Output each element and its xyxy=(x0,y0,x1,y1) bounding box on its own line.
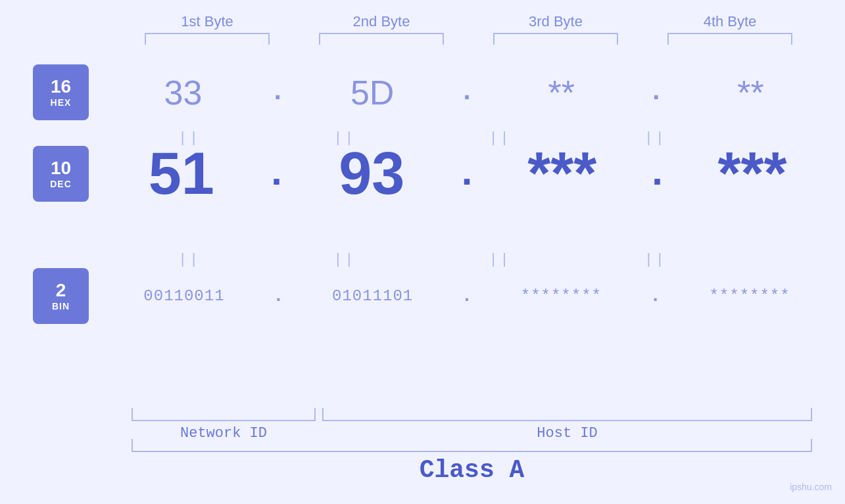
hex-byte-2: 5D xyxy=(310,73,435,112)
hex-byte-4: ** xyxy=(688,73,813,112)
dec-byte-4: *** xyxy=(690,140,815,208)
hex-row-content: 33 . 5D . ** . ** xyxy=(89,73,845,112)
hex-byte-3: ** xyxy=(499,73,624,112)
bin-badge-name: BIN xyxy=(52,301,70,311)
main-container: 1st Byte 2nd Byte 3rd Byte 4th Byte 16 H… xyxy=(0,0,845,504)
dec-badge-num: 10 xyxy=(51,158,71,179)
equals-row-2: || || || || xyxy=(0,252,845,268)
bin-dot-3: . xyxy=(650,286,661,306)
byte-label-3: 3rd Byte xyxy=(490,13,621,30)
host-bracket xyxy=(322,408,812,421)
dec-badge: 10 DEC xyxy=(33,146,89,202)
bracket-3 xyxy=(493,33,618,45)
bin-row: 2 BIN 00110011 . 01011101 . ******** . *… xyxy=(0,268,845,324)
byte-label-1: 1st Byte xyxy=(141,13,273,30)
data-rows-container: 16 HEX 33 . 5D . ** . ** || || || || 10 xyxy=(0,45,845,504)
dec-row: 10 DEC 51 . 93 . *** . *** xyxy=(0,140,845,208)
bracket-4 xyxy=(667,33,792,45)
eq-2-b3: || xyxy=(438,252,563,268)
dec-row-content: 51 . 93 . *** . *** xyxy=(89,140,845,208)
eq-2-b4: || xyxy=(593,252,718,268)
bin-badge: 2 BIN xyxy=(33,268,89,324)
dec-byte-3: *** xyxy=(500,140,625,208)
byte-label-2: 2nd Byte xyxy=(316,13,447,30)
eq-2-b2: || xyxy=(282,252,407,268)
bracket-1 xyxy=(145,33,270,45)
hex-byte-1: 33 xyxy=(120,73,245,112)
bracket-2 xyxy=(319,33,444,45)
network-bracket xyxy=(132,408,316,421)
dec-byte-2: 93 xyxy=(309,140,434,208)
class-label: Class A xyxy=(420,456,525,484)
bin-byte-3: ******** xyxy=(498,287,623,305)
bin-byte-2: 01011101 xyxy=(310,287,435,305)
bottom-bracket-section: Network ID Host ID xyxy=(132,408,812,442)
hex-dot-1: . xyxy=(270,78,285,107)
bin-dot-2: . xyxy=(462,286,473,306)
outer-bracket-section: Class A xyxy=(132,439,812,484)
bin-row-content: 00110011 . 01011101 . ******** . *******… xyxy=(89,286,845,306)
hex-row: 16 HEX 33 . 5D . ** . ** xyxy=(0,64,845,120)
hex-badge-name: HEX xyxy=(51,97,72,108)
bin-badge-num: 2 xyxy=(56,281,66,301)
dec-dot-3: . xyxy=(645,152,669,196)
eq-2-b1: || xyxy=(127,252,252,268)
dec-byte-1: 51 xyxy=(119,140,244,208)
hex-badge-num: 16 xyxy=(51,77,71,97)
dec-dot-1: . xyxy=(265,152,289,196)
bin-byte-1: 00110011 xyxy=(122,287,247,305)
dec-badge-name: DEC xyxy=(50,179,72,189)
hex-dot-2: . xyxy=(459,78,475,107)
dec-dot-2: . xyxy=(455,152,479,196)
hex-dot-3: . xyxy=(648,78,664,107)
outer-bracket xyxy=(132,439,812,452)
bin-byte-4: ******** xyxy=(687,287,812,305)
hex-badge: 16 HEX xyxy=(33,64,89,120)
bin-dot-1: . xyxy=(273,286,284,306)
byte-label-4: 4th Byte xyxy=(664,13,796,30)
watermark: ipshu.com xyxy=(790,482,832,492)
